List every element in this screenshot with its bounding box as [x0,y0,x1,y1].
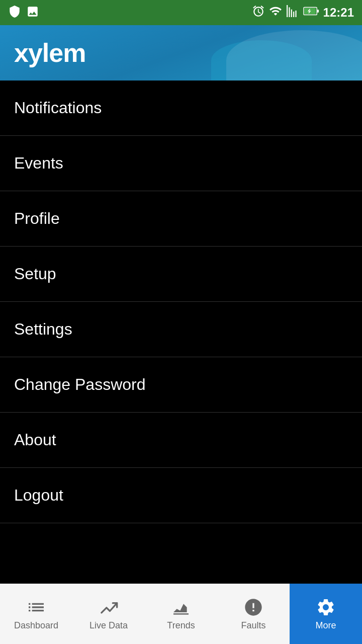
nav-item-trends[interactable]: Trends [145,584,217,644]
wifi-icon [269,5,282,21]
menu-item-label-notifications: Notifications [14,99,102,117]
more-icon [316,597,336,617]
nav-item-faults[interactable]: Faults [217,584,290,644]
status-bar-right-icons: 12:21 [252,5,354,21]
more-label: More [315,620,336,631]
menu-item-logout[interactable]: Logout [0,468,362,523]
faults-icon [243,597,263,617]
menu-item-change-password[interactable]: Change Password [0,357,362,413]
faults-label: Faults [241,620,265,631]
menu-item-notifications[interactable]: Notifications [0,80,362,136]
shield-icon [8,5,21,20]
app-logo: xylem [14,38,85,68]
live-data-label: Live Data [89,620,128,631]
menu-item-events[interactable]: Events [0,136,362,191]
menu-item-settings[interactable]: Settings [0,302,362,357]
dashboard-label: Dashboard [14,620,58,631]
image-icon [26,5,39,20]
trends-label: Trends [167,620,195,631]
menu-item-label-about: About [14,431,56,449]
menu-item-label-change-password: Change Password [14,375,145,394]
menu-item-label-events: Events [14,154,63,173]
menu-item-profile[interactable]: Profile [0,191,362,247]
alarm-icon [252,5,265,21]
menu-item-about[interactable]: About [0,413,362,468]
status-bar: 12:21 [0,0,362,25]
status-time: 12:21 [323,6,354,20]
signal-icon [286,5,299,21]
menu-item-label-settings: Settings [14,320,72,339]
nav-item-more[interactable]: More [290,584,362,644]
menu-list: NotificationsEventsProfileSetupSettingsC… [0,80,362,523]
nav-item-live-data[interactable]: Live Data [72,584,145,644]
dashboard-icon [26,597,46,617]
nav-item-dashboard[interactable]: Dashboard [0,584,72,644]
battery-icon [303,5,319,21]
trends-icon [171,597,191,617]
svg-rect-1 [317,10,319,13]
menu-item-setup[interactable]: Setup [0,247,362,302]
menu-item-label-setup: Setup [14,265,56,283]
menu-item-label-logout: Logout [14,486,63,505]
status-bar-left-icons [8,5,39,20]
menu-item-label-profile: Profile [14,209,60,228]
bottom-nav: Dashboard Live Data Trends Faults [0,584,362,644]
live-data-icon [99,597,119,617]
app-header: xylem [0,25,362,80]
